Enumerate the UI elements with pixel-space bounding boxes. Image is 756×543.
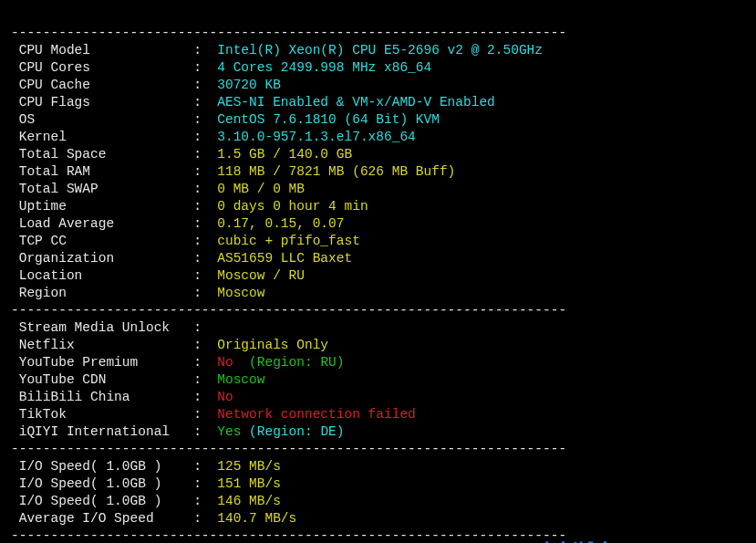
- stream-iqiyi: iQIYI International : Yes (Region: DE): [11, 423, 745, 441]
- sysinfo-row-5: Kernel : 3.10.0-957.1.3.el7.x86_64: [11, 129, 745, 146]
- sysinfo-row-7: Total RAM : 118 MB / 7821 MB (626 MB Buf…: [11, 163, 745, 181]
- divider: ----------------------------------------…: [11, 302, 745, 319]
- sysinfo-row-4: OS : CentOS 7.6.1810 (64 Bit) KVM: [11, 111, 745, 129]
- stream-header: Stream Media Unlock :: [11, 319, 745, 337]
- stream-youtube-premium: YouTube Premium : No (Region: RU): [11, 354, 745, 371]
- sysinfo-row-9: Uptime : 0 days 0 hour 4 min: [11, 198, 745, 215]
- sysinfo-row-13: Location : Moscow / RU: [11, 267, 745, 285]
- sysinfo-row-6: Total Space : 1.5 GB / 140.0 GB: [11, 146, 745, 163]
- divider: ----------------------------------------…: [11, 25, 745, 42]
- sysinfo-row-8: Total SWAP : 0 MB / 0 MB: [11, 181, 745, 198]
- divider: ----------------------------------------…: [11, 441, 745, 458]
- sysinfo-row-2: CPU Cache : 30720 KB: [11, 77, 745, 94]
- sysinfo-row-14: Region : Moscow: [11, 285, 745, 302]
- stream-bilibili: BiliBili China : No: [11, 389, 745, 406]
- stream-netflix: Netflix : Originals Only: [11, 337, 745, 354]
- io-row-2: I/O Speed( 1.0GB ) : 146 MB/s: [11, 493, 745, 510]
- sysinfo-row-11: TCP CC : cubic + pfifo_fast: [11, 233, 745, 250]
- terminal-content: ----------------------------------------…: [11, 25, 745, 543]
- sysinfo-row-0: CPU Model : Intel(R) Xeon(R) CPU E5-2696…: [11, 42, 745, 59]
- sysinfo-row-3: CPU Flags : AES-NI Enabled & VM-x/AMD-V …: [11, 94, 745, 111]
- stream-tiktok: TikTok : Network connection failed: [11, 406, 745, 423]
- terminal-output: ----------------------------------------…: [0, 0, 756, 543]
- sysinfo-row-12: Organization : AS51659 LLC Baxet: [11, 250, 745, 267]
- io-row-3: Average I/O Speed : 140.7 MB/s: [11, 510, 745, 527]
- sysinfo-row-1: CPU Cores : 4 Cores 2499.998 MHz x86_64: [11, 59, 745, 77]
- io-row-0: I/O Speed( 1.0GB ) : 125 MB/s: [11, 458, 745, 475]
- stream-youtube-cdn: YouTube CDN : Moscow: [11, 371, 745, 389]
- io-row-1: I/O Speed( 1.0GB ) : 151 MB/s: [11, 475, 745, 493]
- divider: ----------------------------------------…: [11, 527, 745, 543]
- sysinfo-row-10: Load Average : 0.17, 0.15, 0.07: [11, 215, 745, 233]
